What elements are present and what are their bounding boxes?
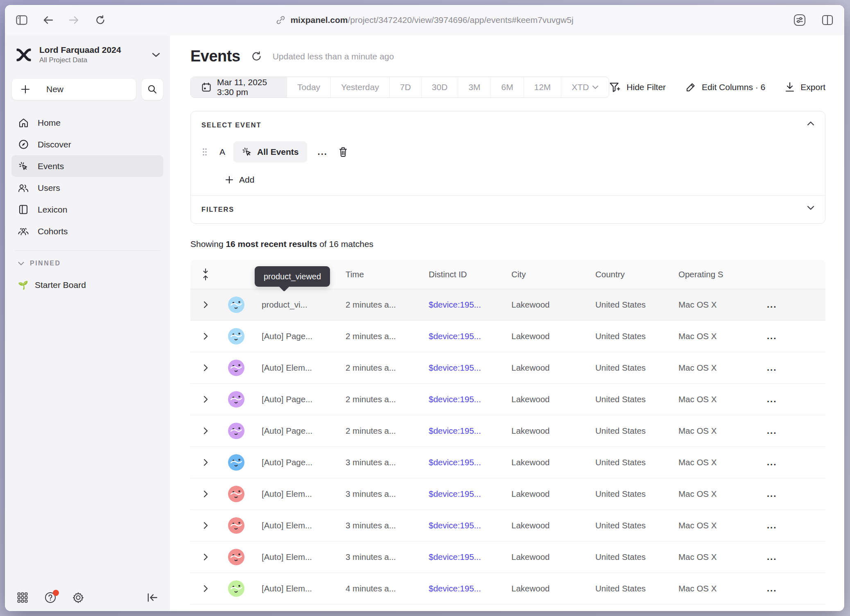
column-header-city[interactable]: City <box>511 270 595 279</box>
browser-sidebar-toggle-icon[interactable] <box>16 14 28 26</box>
split-view-icon[interactable] <box>821 14 834 26</box>
preset-12m[interactable]: 12M <box>524 77 561 97</box>
cell-distinct-id-link[interactable]: $device:195... <box>429 457 511 467</box>
cell-distinct-id-link[interactable]: $device:195... <box>429 363 511 373</box>
filter-plus-icon <box>609 82 621 93</box>
drag-handle-icon[interactable] <box>201 148 211 156</box>
column-header-os[interactable]: Operating S <box>678 270 766 279</box>
pinned-section-header[interactable]: PINNED <box>11 260 163 267</box>
expand-row-icon[interactable] <box>203 427 208 435</box>
preset-3m[interactable]: 3M <box>458 77 491 97</box>
expand-row-icon[interactable] <box>203 585 208 592</box>
expand-row-icon[interactable] <box>203 522 208 529</box>
table-row[interactable] <box>190 605 825 611</box>
settings-gear-icon[interactable] <box>72 591 84 604</box>
expand-row-icon[interactable] <box>203 396 208 403</box>
add-event-button[interactable]: Add <box>225 175 814 185</box>
expand-row-icon[interactable] <box>203 333 208 340</box>
row-actions-menu[interactable]: ... <box>766 362 825 373</box>
row-actions-menu[interactable]: ... <box>766 583 825 594</box>
table-row[interactable]: [Auto] Elem... 2 minutes a... $device:19… <box>190 352 825 384</box>
expand-row-icon[interactable] <box>203 553 208 561</box>
column-header-time[interactable]: Time <box>346 270 429 279</box>
apps-grid-icon[interactable] <box>16 591 29 604</box>
expand-row-icon[interactable] <box>203 490 208 498</box>
hide-filter-button[interactable]: Hide Filter <box>609 82 666 93</box>
cell-distinct-id-link[interactable]: $device:195... <box>429 300 511 310</box>
table-row[interactable]: [Auto] Elem... 3 minutes a... $device:19… <box>190 478 825 510</box>
row-actions-menu[interactable]: ... <box>766 552 825 562</box>
refresh-icon[interactable] <box>94 14 106 26</box>
cell-country: United States <box>595 584 678 593</box>
event-avatar <box>228 391 244 408</box>
table-row[interactable]: [Auto] Page... 2 minutes a... $device:19… <box>190 384 825 415</box>
cell-distinct-id-link[interactable]: $device:195... <box>429 426 511 436</box>
preset-30d[interactable]: 30D <box>421 77 458 97</box>
project-switcher[interactable]: Lord Farquaad 2024 All Project Data <box>11 45 163 64</box>
cell-os: Mac OS X <box>678 521 766 530</box>
expand-row-icon[interactable] <box>203 301 208 308</box>
row-actions-menu[interactable]: ... <box>766 394 825 405</box>
sidebar-item-events[interactable]: Events <box>11 155 163 177</box>
table-row[interactable]: [Auto] Elem... 3 minutes a... $device:19… <box>190 510 825 541</box>
table-row[interactable]: [Auto] Elem... 4 minutes a... $device:19… <box>190 573 825 605</box>
cell-distinct-id-link[interactable]: $device:195... <box>429 552 511 562</box>
sidebar-item-discover[interactable]: Discover <box>11 134 163 155</box>
preset-yesterday[interactable]: Yesterday <box>330 77 389 97</box>
sidebar-item-cohorts[interactable]: Cohorts <box>11 220 163 242</box>
sidebar-item-starter-board[interactable]: 🌱 Starter Board <box>11 275 163 295</box>
row-actions-menu[interactable]: ... <box>766 426 825 436</box>
export-button[interactable]: Export <box>785 82 825 93</box>
sidebar-footer <box>11 591 163 604</box>
row-actions-menu[interactable]: ... <box>766 520 825 531</box>
search-button[interactable] <box>141 78 163 100</box>
sidebar-item-home[interactable]: Home <box>11 112 163 134</box>
date-picker-segment[interactable]: Mar 11, 2025 3:30 pm <box>191 77 287 97</box>
cell-time: 3 minutes a... <box>346 489 429 499</box>
collapse-section-icon[interactable] <box>807 121 814 126</box>
expand-section-icon[interactable] <box>807 206 814 210</box>
page-settings-icon[interactable] <box>793 14 806 26</box>
column-header-country[interactable]: Country <box>595 270 678 279</box>
edit-columns-button[interactable]: Edit Columns · 6 <box>685 82 765 93</box>
preset-7d[interactable]: 7D <box>389 77 421 97</box>
help-icon[interactable] <box>44 591 57 604</box>
table-row[interactable]: [Auto] Page... 3 minutes a... $device:19… <box>190 447 825 478</box>
event-selector-chip[interactable]: All Events <box>233 141 307 163</box>
cell-distinct-id-link[interactable]: $device:195... <box>429 521 511 530</box>
back-icon[interactable] <box>42 14 54 26</box>
table-row[interactable]: [Auto] Page... 2 minutes a... $device:19… <box>190 321 825 352</box>
refresh-results-icon[interactable] <box>251 51 262 62</box>
filters-label: FILTERS <box>201 206 814 213</box>
expand-row-icon[interactable] <box>203 459 208 466</box>
cell-distinct-id-link[interactable]: $device:195... <box>429 394 511 404</box>
row-actions-menu[interactable]: ... <box>766 489 825 499</box>
sidebar-divider <box>15 250 160 251</box>
table-row[interactable]: [Auto] Page... 2 minutes a... $device:19… <box>190 415 825 447</box>
event-more-menu[interactable]: ... <box>309 147 337 157</box>
row-actions-menu[interactable]: ... <box>766 299 825 310</box>
new-button[interactable]: New <box>11 78 136 100</box>
table-row[interactable]: product_vi... 2 minutes a... $device:195… <box>190 289 825 321</box>
column-header-distinct-id[interactable]: Distinct ID <box>429 270 511 279</box>
preset-6m[interactable]: 6M <box>491 77 523 97</box>
table-row[interactable]: [Auto] Elem... 3 minutes a... $device:19… <box>190 541 825 573</box>
cell-city: Lakewood <box>511 457 595 467</box>
sidebar-item-users[interactable]: Users <box>11 177 163 199</box>
row-actions-menu[interactable]: ... <box>766 457 825 468</box>
preset-xtd[interactable]: XTD <box>561 77 609 97</box>
trash-icon[interactable] <box>338 147 348 157</box>
cell-distinct-id-link[interactable]: $device:195... <box>429 489 511 499</box>
sidebar-item-label: Discover <box>38 140 71 149</box>
cell-distinct-id-link[interactable]: $device:195... <box>429 584 511 593</box>
cell-distinct-id-link[interactable]: $device:195... <box>429 331 511 341</box>
collapse-sidebar-icon[interactable] <box>146 591 158 604</box>
expand-row-icon[interactable] <box>203 364 208 371</box>
preset-today[interactable]: Today <box>287 77 330 97</box>
sidebar-item-lexicon[interactable]: Lexicon <box>11 199 163 220</box>
url-bar[interactable]: mixpanel.com/project/3472420/view/397469… <box>276 15 573 25</box>
cell-event-name: [Auto] Page... <box>262 331 346 341</box>
collapse-all-rows-icon[interactable] <box>202 268 209 281</box>
row-actions-menu[interactable]: ... <box>766 331 825 342</box>
forward-icon[interactable] <box>68 14 80 26</box>
